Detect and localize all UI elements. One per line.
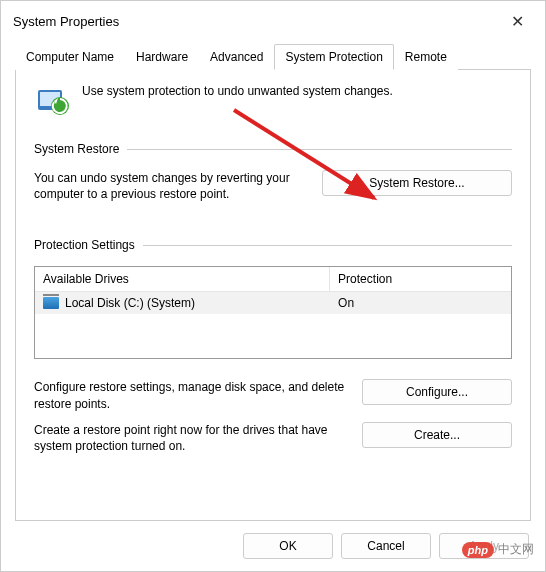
create-row: Create a restore point right now for the… [34,422,512,454]
table-header: Available Drives Protection [35,267,511,292]
tab-hardware[interactable]: Hardware [125,44,199,70]
cell-drive: Local Disk (C:) (System) [35,294,330,312]
system-protection-icon [34,84,70,120]
intro-text: Use system protection to undo unwanted s… [82,84,393,98]
tab-computer-name[interactable]: Computer Name [15,44,125,70]
tab-system-protection[interactable]: System Protection [274,44,393,70]
window-title: System Properties [13,14,119,29]
intro-row: Use system protection to undo unwanted s… [34,84,512,120]
titlebar: System Properties ✕ [1,1,545,37]
col-protection[interactable]: Protection [330,267,511,291]
system-restore-row: You can undo system changes by reverting… [34,170,512,202]
drive-icon [43,297,59,309]
protection-settings-header: Protection Settings [34,238,512,252]
system-restore-title: System Restore [34,142,119,156]
tab-panel: Use system protection to undo unwanted s… [15,70,531,521]
ok-button[interactable]: OK [243,533,333,559]
divider [127,149,512,150]
divider [143,245,512,246]
configure-desc: Configure restore settings, manage disk … [34,379,350,411]
content-area: Computer Name Hardware Advanced System P… [1,37,545,521]
system-properties-window: System Properties ✕ Computer Name Hardwa… [0,0,546,572]
close-button[interactable]: ✕ [501,12,533,31]
protection-settings-title: Protection Settings [34,238,135,252]
watermark: php 中文网 [462,541,534,558]
table-body: Local Disk (C:) (System) On [35,292,511,358]
create-desc: Create a restore point right now for the… [34,422,350,454]
system-restore-header: System Restore [34,142,512,156]
drive-name: Local Disk (C:) (System) [65,296,195,310]
watermark-bubble: php [462,542,494,558]
col-drives[interactable]: Available Drives [35,267,330,291]
watermark-text: 中文网 [498,541,534,558]
configure-row: Configure restore settings, manage disk … [34,379,512,411]
create-button[interactable]: Create... [362,422,512,448]
tab-strip: Computer Name Hardware Advanced System P… [15,43,531,70]
cancel-button[interactable]: Cancel [341,533,431,559]
system-restore-desc: You can undo system changes by reverting… [34,170,310,202]
configure-button[interactable]: Configure... [362,379,512,405]
cell-protection: On [330,294,511,312]
tab-advanced[interactable]: Advanced [199,44,274,70]
table-row[interactable]: Local Disk (C:) (System) On [35,292,511,314]
system-restore-button[interactable]: System Restore... [322,170,512,196]
tab-remote[interactable]: Remote [394,44,458,70]
drives-table: Available Drives Protection Local Disk (… [34,266,512,359]
